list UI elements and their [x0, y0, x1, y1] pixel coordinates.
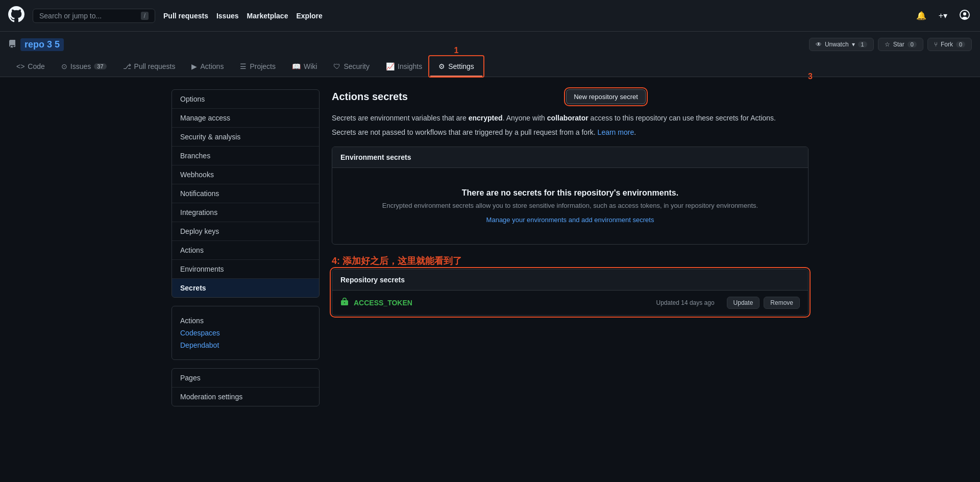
secret-updated: Updated 14 days ago [656, 299, 715, 306]
env-empty-title: There are no secrets for this repository… [340, 188, 800, 198]
main-panel: Actions secrets New repository secret 3 … [332, 89, 808, 415]
page-title: Actions secrets [332, 91, 408, 103]
learn-more-link[interactable]: Learn more [598, 128, 634, 136]
sidebar-item-integrations[interactable]: Integrations [172, 203, 319, 222]
secrets-description-line2: Secrets are not passed to workflows that… [332, 127, 808, 138]
sidebar-item-pages[interactable]: Pages [172, 369, 319, 388]
sidebar-sub-actions-label[interactable]: Actions [180, 315, 311, 327]
sidebar-item-actions[interactable]: Actions [172, 241, 319, 260]
tab-wiki[interactable]: 📖 Wiki [284, 57, 325, 77]
tab-projects[interactable]: ☰ Projects [232, 57, 284, 77]
tab-pull-requests[interactable]: ⎇ Pull requests [115, 57, 184, 77]
secrets-header-row: Actions secrets New repository secret 3 [332, 89, 808, 104]
sidebar-section-main: Options Manage access Security & analysi… [172, 89, 320, 298]
main-content: Options Manage access Security & analysi… [163, 77, 817, 427]
search-input[interactable]: Search or jump to... / [33, 9, 155, 23]
tab-insights[interactable]: 📈 Insights [378, 57, 430, 77]
env-empty-desc: Encrypted environment secrets allow you … [340, 202, 800, 209]
tab-actions[interactable]: ▶ Actions [183, 57, 232, 77]
fork-button[interactable]: ⑂ Fork 0 [927, 38, 972, 51]
annotation-1: 1 [454, 46, 459, 55]
nav-pull-requests[interactable]: Pull requests [163, 12, 208, 20]
new-repository-secret-button[interactable]: New repository secret [566, 89, 646, 104]
sidebar-sub-codespaces[interactable]: Codespaces [180, 327, 311, 339]
projects-icon: ☰ [240, 62, 247, 70]
actions-icon: ▶ [191, 62, 197, 70]
navbar-right: 🔔 +▾ [914, 8, 972, 24]
repo-icon [8, 40, 16, 50]
nav-marketplace[interactable]: Marketplace [247, 12, 288, 20]
sidebar: Options Manage access Security & analysi… [172, 89, 320, 415]
sidebar-item-webhooks[interactable]: Webhooks [172, 165, 319, 184]
manage-environments-link[interactable]: Manage your environments and add environ… [486, 216, 654, 224]
star-button[interactable]: ☆ Star 0 [878, 38, 923, 51]
repo-secrets-header: Repository secrets [332, 270, 808, 291]
settings-icon: ⚙ [438, 62, 445, 70]
navbar-links: Pull requests Issues Marketplace Explore [163, 12, 323, 20]
pr-icon: ⎇ [123, 62, 131, 70]
code-icon: <> [16, 62, 24, 70]
issues-icon: ⊙ [61, 62, 67, 70]
repo-tabs: <> Code ⊙ Issues 37 ⎇ Pull requests ▶ Ac… [8, 57, 972, 77]
sidebar-sub-dependabot[interactable]: Dependabot [180, 339, 311, 351]
secrets-description-line1: Secrets are environment variables that a… [332, 112, 808, 124]
repo-header: repo 3 5 👁 Unwatch ▾ 1 ☆ Star 0 ⑂ Fork 0… [0, 32, 980, 77]
sidebar-section-bottom: Pages Moderation settings [172, 368, 320, 406]
sidebar-item-manage-access[interactable]: Manage access [172, 109, 319, 128]
nav-issues[interactable]: Issues [216, 12, 239, 20]
annotation-4-text: 4: 添加好之后，这里就能看到了 [332, 256, 462, 266]
sidebar-item-deploy-keys[interactable]: Deploy keys [172, 222, 319, 241]
table-row: ACCESS_TOKEN Updated 14 days ago Update … [332, 291, 808, 315]
wiki-icon: 📖 [292, 62, 301, 70]
sidebar-item-environments[interactable]: Environments 2 [172, 260, 319, 279]
nav-explore[interactable]: Explore [296, 12, 322, 20]
sidebar-item-branches[interactable]: Branches [172, 147, 319, 165]
repository-secrets-box: Repository secrets ACCESS_TOKEN Updated … [332, 269, 808, 316]
security-icon: 🛡 [333, 62, 340, 70]
annotation-3: 3 [808, 72, 813, 81]
sidebar-item-notifications[interactable]: Notifications [172, 184, 319, 203]
insights-icon: 📈 [386, 62, 395, 70]
sidebar-item-secrets[interactable]: Secrets [172, 279, 319, 297]
sidebar-sub-section: Actions Codespaces Dependabot [172, 306, 320, 360]
secret-name: ACCESS_TOKEN [354, 299, 656, 307]
tab-code[interactable]: <> Code [8, 57, 53, 77]
lock-icon [340, 298, 349, 308]
environment-secrets-box: Environment secrets There are no secrets… [332, 147, 808, 245]
repo-name[interactable]: repo 3 5 [20, 38, 64, 51]
sidebar-item-options[interactable]: Options [172, 90, 319, 109]
notifications-bell-icon[interactable]: 🔔 [914, 9, 928, 22]
sidebar-sub-actions: Actions Codespaces Dependabot [172, 306, 319, 359]
user-avatar[interactable] [958, 8, 972, 24]
tab-settings[interactable]: ⚙ Settings 1 [430, 57, 482, 77]
navbar: Search or jump to... / Pull requests Iss… [0, 0, 980, 32]
environment-secrets-empty: There are no secrets for this repository… [332, 168, 808, 244]
environment-secrets-header: Environment secrets [332, 147, 808, 168]
repo-actions: 👁 Unwatch ▾ 1 ☆ Star 0 ⑂ Fork 0 [809, 38, 972, 51]
tab-security[interactable]: 🛡 Security [325, 57, 378, 77]
github-logo-icon[interactable] [8, 6, 24, 26]
plus-new-icon[interactable]: +▾ [937, 9, 949, 22]
repo-title-row: repo 3 5 👁 Unwatch ▾ 1 ☆ Star 0 ⑂ Fork 0 [8, 38, 972, 51]
watch-button[interactable]: 👁 Unwatch ▾ 1 [809, 38, 874, 51]
remove-secret-button[interactable]: Remove [764, 297, 800, 309]
update-secret-button[interactable]: Update [727, 297, 760, 309]
sidebar-item-moderation[interactable]: Moderation settings [172, 388, 319, 406]
sidebar-item-security-analysis[interactable]: Security & analysis [172, 128, 319, 147]
tab-issues[interactable]: ⊙ Issues 37 [53, 57, 115, 77]
